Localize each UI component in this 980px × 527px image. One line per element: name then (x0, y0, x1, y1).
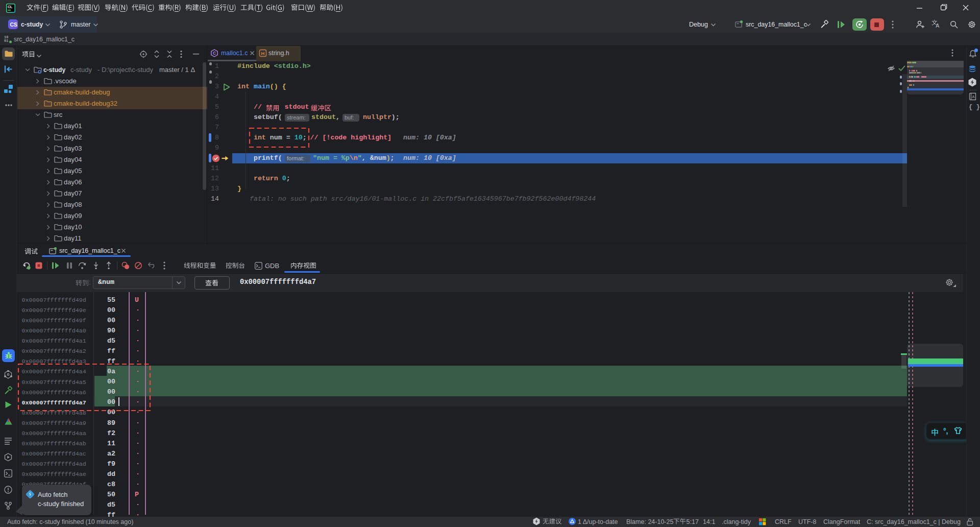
svg-text:01: 01 (4, 39, 8, 43)
svg-text:H: H (261, 51, 265, 56)
svg-text:C: C (213, 51, 216, 56)
svg-text:A: A (936, 22, 939, 29)
svg-text:CL: CL (8, 5, 13, 9)
svg-text:A: A (972, 94, 975, 99)
